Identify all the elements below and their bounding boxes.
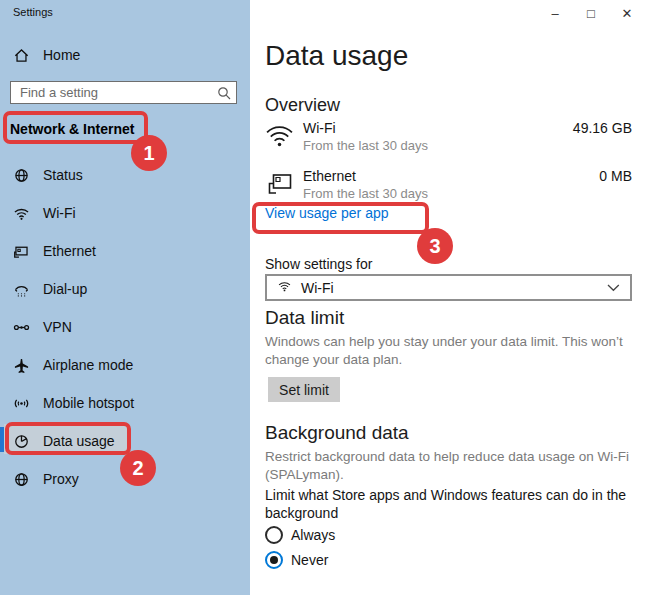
data-usage-icon — [13, 433, 30, 450]
chevron-down-icon — [607, 284, 620, 292]
sidebar-item-data-usage[interactable]: Data usage — [0, 422, 250, 460]
sidebar-item-label: Status — [43, 167, 83, 183]
window-title: Settings — [13, 6, 53, 18]
wifi-icon — [277, 279, 292, 297]
sidebar-item-ethernet[interactable]: Ethernet — [0, 232, 250, 270]
maximize-button[interactable]: □ — [573, 0, 609, 26]
dialup-icon — [13, 281, 30, 298]
airplane-icon — [13, 357, 30, 374]
view-usage-per-app-link[interactable]: View usage per app — [265, 205, 389, 221]
sidebar-item-dialup[interactable]: Dial-up — [0, 270, 250, 308]
sidebar-item-label: Home — [43, 47, 80, 63]
overview-entry-period: From the last 30 days — [303, 186, 428, 201]
sidebar-item-label: Airplane mode — [43, 357, 133, 373]
sidebar-item-home[interactable]: Home — [0, 36, 250, 74]
radio-option-never[interactable]: Never — [265, 550, 328, 570]
sidebar-item-label: Wi-Fi — [43, 205, 76, 221]
dropdown-selected-value: Wi-Fi — [301, 280, 334, 296]
settings-window: Settings Home Network & Internet Status — [0, 0, 647, 595]
radio-option-always[interactable]: Always — [265, 525, 335, 545]
page-title: Data usage — [265, 40, 408, 72]
radio-circle-selected — [265, 551, 283, 569]
sidebar-item-label: Mobile hotspot — [43, 395, 134, 411]
sidebar-item-vpn[interactable]: VPN — [0, 308, 250, 346]
background-data-question: Limit what Store apps and Windows featur… — [265, 486, 627, 522]
overview-entry-amount: 49.16 GB — [573, 120, 632, 153]
sidebar-category-label: Network & Internet — [10, 121, 134, 137]
overview-entry-amount: 0 MB — [599, 168, 632, 202]
hotspot-icon — [13, 395, 30, 412]
sidebar-item-airplane-mode[interactable]: Airplane mode — [0, 346, 250, 384]
radio-circle-unselected — [265, 526, 283, 544]
overview-row-wifi: Wi-Fi From the last 30 days 49.16 GB — [265, 120, 632, 153]
overview-entry-name: Ethernet — [303, 168, 428, 184]
search-box — [10, 81, 237, 104]
sidebar-item-label: Ethernet — [43, 243, 96, 259]
set-limit-button[interactable]: Set limit — [268, 377, 340, 402]
sidebar-item-label: Dial-up — [43, 281, 87, 297]
main-pane: – □ ✕ Data usage Overview Wi-Fi From the… — [250, 0, 647, 595]
background-data-description: Restrict background data to help reduce … — [265, 448, 643, 484]
sidebar: Settings Home Network & Internet Status — [0, 0, 250, 595]
ethernet-icon — [265, 168, 303, 202]
status-icon — [13, 167, 30, 184]
show-settings-dropdown[interactable]: Wi-Fi — [265, 274, 632, 301]
radio-label: Always — [291, 527, 335, 543]
overview-row-ethernet: Ethernet From the last 30 days 0 MB — [265, 168, 632, 202]
proxy-icon — [13, 471, 30, 488]
ethernet-icon — [13, 243, 30, 260]
overview-entry-period: From the last 30 days — [303, 138, 428, 153]
sidebar-item-label: VPN — [43, 319, 72, 335]
overview-entry-name: Wi-Fi — [303, 120, 428, 136]
home-icon — [13, 47, 30, 64]
search-icon[interactable] — [217, 86, 231, 104]
wifi-icon — [13, 205, 30, 222]
sidebar-item-label: Proxy — [43, 471, 79, 487]
sidebar-item-wifi[interactable]: Wi-Fi — [0, 194, 250, 232]
search-input[interactable] — [11, 82, 236, 103]
data-limit-description: Windows can help you stay under your dat… — [265, 333, 643, 369]
radio-label: Never — [291, 552, 328, 568]
vpn-icon — [13, 319, 30, 336]
background-data-heading: Background data — [265, 422, 409, 444]
sidebar-item-mobile-hotspot[interactable]: Mobile hotspot — [0, 384, 250, 422]
sidebar-item-proxy[interactable]: Proxy — [0, 460, 250, 498]
close-button[interactable]: ✕ — [609, 0, 645, 26]
data-limit-heading: Data limit — [265, 307, 344, 329]
window-controls: – □ ✕ — [537, 0, 645, 26]
sidebar-item-label: Data usage — [43, 433, 115, 449]
sidebar-item-status[interactable]: Status — [0, 156, 250, 194]
wifi-icon — [265, 120, 303, 153]
minimize-button[interactable]: – — [537, 0, 573, 26]
show-settings-for-label: Show settings for — [265, 256, 372, 272]
overview-heading: Overview — [265, 95, 340, 116]
